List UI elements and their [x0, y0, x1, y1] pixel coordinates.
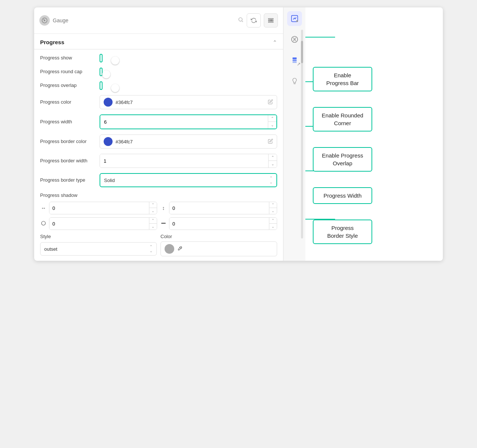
progress-width-decrement[interactable]: ⌄ — [268, 122, 276, 129]
shadow-vertical-field: ↕ ⌃ ⌄ — [160, 202, 277, 214]
progress-color-picker[interactable]: #364fc7 — [100, 95, 277, 109]
progress-border-color-swatch — [104, 137, 113, 146]
border-color-edit-icon[interactable] — [268, 139, 273, 145]
shadow-blur-decrement[interactable]: ⌄ — [149, 224, 157, 230]
style-select[interactable]: outset ⌃⌄ — [40, 242, 157, 256]
progress-round-cap-control — [100, 68, 277, 76]
spread-icon — [160, 221, 167, 227]
progress-overlap-control — [100, 81, 277, 90]
style-header-label: Style — [40, 234, 157, 239]
lightbulb-icon[interactable] — [287, 74, 302, 88]
scrollbar-track — [301, 30, 303, 238]
progress-border-type-select[interactable]: Solid ⌃⌄ — [100, 173, 277, 187]
progress-section-header: Progress ⌃ — [34, 34, 283, 49]
shadow-blur-increment[interactable]: ⌃ — [149, 218, 157, 224]
svg-point-2 — [239, 18, 242, 21]
eyedropper-icon[interactable] — [177, 246, 182, 252]
vertical-arrows-icon: ↕ — [160, 205, 167, 211]
shadow-spread-field: ⌃ ⌄ — [160, 217, 277, 230]
progress-round-cap-toggle-wrapper — [100, 68, 103, 76]
svg-point-15 — [295, 40, 296, 41]
svg-rect-17 — [292, 59, 296, 61]
shadow-horizontal-field: ↔ ⌃ ⌄ — [40, 202, 157, 214]
chart-settings-icon[interactable] — [287, 11, 302, 26]
progress-color-control: #364fc7 — [100, 95, 277, 109]
progress-border-color-picker[interactable]: #364fc7 — [100, 134, 277, 149]
progress-width-increment[interactable]: ⌃ — [268, 115, 276, 122]
settings-button[interactable] — [264, 13, 278, 27]
style-select-value: outset — [44, 246, 149, 252]
annotation-text-1: EnableProgress Bar — [326, 72, 359, 86]
edit-icon[interactable] — [268, 99, 273, 105]
progress-color-hex: #364fc7 — [116, 100, 265, 105]
progress-show-control — [100, 54, 277, 62]
shadow-spread-increment[interactable]: ⌃ — [269, 218, 277, 224]
style-color-row: outset ⌃⌄ — [40, 241, 277, 256]
annotations-stack: EnableProgress Bar Enable RoundedCorner … — [313, 15, 435, 244]
shadow-vertical-input[interactable] — [169, 202, 269, 214]
annotation-text-3: Enable ProgressOverlap — [322, 152, 363, 166]
right-sidebar — [283, 7, 305, 261]
progress-border-width-label: Progress border width — [40, 158, 96, 164]
search-bar — [34, 7, 283, 34]
progress-border-color-hex: #364fc7 — [116, 139, 265, 145]
progress-border-width-decrement[interactable]: ⌄ — [269, 161, 277, 168]
annotation-progress-width: Progress Width — [313, 187, 372, 204]
progress-width-spinners: ⌃ ⌄ — [268, 115, 276, 129]
shadow-horizontal-input-wrap: ⌃ ⌄ — [49, 202, 157, 214]
select-arrows-icon: ⌃⌄ — [269, 176, 273, 184]
shadow-blur-input[interactable] — [49, 218, 149, 230]
progress-overlap-row: Progress overlap — [40, 81, 277, 90]
shadow-color-picker[interactable] — [160, 241, 277, 256]
shadow-blur-input-wrap: ⌃ ⌄ — [49, 217, 157, 230]
settings-content: Progress show Progress round cap — [34, 49, 283, 261]
shadow-vertical-increment[interactable]: ⌃ — [269, 202, 277, 208]
svg-rect-16 — [292, 58, 296, 59]
progress-show-label: Progress show — [40, 55, 96, 61]
shadow-spread-decrement[interactable]: ⌄ — [269, 224, 277, 230]
svg-point-14 — [293, 40, 294, 41]
shadow-horizontal-decrement[interactable]: ⌄ — [149, 208, 157, 214]
shadow-blur-spinners: ⌃ ⌄ — [149, 218, 157, 230]
progress-border-color-row: Progress border color #364fc7 — [40, 134, 277, 149]
blur-icon — [40, 221, 47, 227]
shadow-spread-input[interactable] — [169, 218, 269, 230]
svg-point-12 — [293, 38, 294, 39]
scrollbar-thumb[interactable] — [301, 41, 303, 63]
progress-shadow-section: Progress shadow ↔ ⌃ ⌄ — [40, 192, 277, 256]
progress-show-toggle-wrapper — [100, 54, 103, 62]
svg-point-11 — [293, 38, 296, 40]
palette-icon[interactable] — [287, 32, 302, 47]
shadow-spread-input-wrap: ⌃ ⌄ — [169, 217, 277, 230]
annotation-text-2: Enable RoundedCorner — [322, 112, 363, 126]
annotation-text-5: ProgressBorder Style — [327, 225, 358, 239]
search-magnifier-icon[interactable] — [238, 17, 244, 24]
svg-point-13 — [295, 38, 296, 39]
shadow-horizontal-increment[interactable]: ⌃ — [149, 202, 157, 208]
chevron-up-icon[interactable]: ⌃ — [273, 39, 277, 45]
progress-border-color-label: Progress border color — [40, 139, 96, 145]
annotation-enable-progress-bar: EnableProgress Bar — [313, 67, 372, 91]
progress-border-width-row: Progress border width ⌃ ⌄ — [40, 154, 277, 168]
shadow-vertical-input-wrap: ⌃ ⌄ — [169, 202, 277, 214]
shadow-vertical-decrement[interactable]: ⌄ — [269, 208, 277, 214]
search-input[interactable] — [53, 17, 235, 23]
progress-border-width-input[interactable] — [100, 154, 268, 168]
shadow-grid: ↔ ⌃ ⌄ ↕ — [40, 202, 277, 230]
progress-border-type-value: Solid — [104, 178, 269, 183]
shadow-blur-field: ⌃ ⌄ — [40, 217, 157, 230]
style-color-header: Style Color — [40, 234, 277, 239]
annotations-panel: EnableProgress Bar Enable RoundedCorner … — [305, 7, 443, 261]
plugin-icon[interactable] — [287, 53, 302, 68]
progress-width-row: Progress width ⌃ ⌄ — [40, 114, 277, 129]
refresh-button[interactable] — [247, 13, 261, 27]
annotation-enable-progress-overlap: Enable ProgressOverlap — [313, 147, 372, 172]
progress-width-input[interactable] — [100, 115, 268, 129]
progress-overlap-toggle-wrapper — [100, 81, 103, 90]
progress-border-type-row: Progress border type Solid ⌃⌄ — [40, 173, 277, 187]
progress-border-width-spinners: ⌃ ⌄ — [268, 154, 277, 168]
shadow-color-swatch — [165, 244, 174, 254]
progress-border-width-increment[interactable]: ⌃ — [269, 154, 277, 161]
shadow-horizontal-input[interactable] — [49, 202, 149, 214]
shadow-spread-spinners: ⌃ ⌄ — [269, 218, 277, 230]
